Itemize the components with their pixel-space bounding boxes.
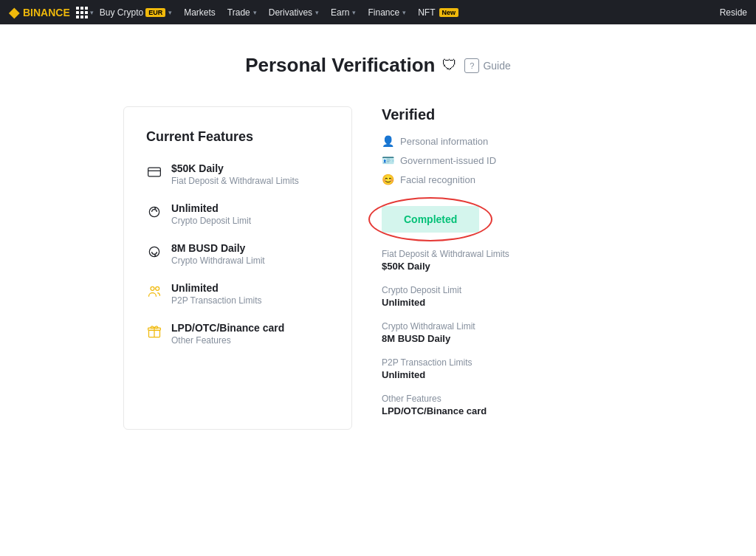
completed-badge: Completed: [382, 206, 479, 233]
users-icon: [146, 284, 162, 300]
verified-item-gov-id: 🪪 Government-issued ID: [382, 154, 633, 166]
feature-item-3: 8M BUSD Daily Crypto Withdrawal Limit: [146, 242, 329, 266]
feature-item-5: LPD/OTC/Binance card Other Features: [146, 322, 329, 346]
detail-item-other: Other Features LPD/OTC/Binance card: [382, 394, 633, 416]
svg-point-3: [149, 247, 159, 256]
detail-value-crypto-deposit: Unlimited: [382, 297, 633, 308]
svg-point-2: [149, 207, 159, 216]
trade-chevron-icon: ▾: [253, 9, 257, 16]
detail-value-other: LPD/OTC/Binance card: [382, 405, 633, 416]
nav-earn[interactable]: Earn ▾: [325, 0, 362, 24]
verified-gov-id-label: Government-issued ID: [400, 155, 496, 166]
feature-text-1: $50K Daily Fiat Deposit & Withdrawal Lim…: [171, 162, 299, 186]
grid-menu-icon[interactable]: [76, 7, 88, 18]
feature-label-4: Unlimited: [171, 282, 262, 294]
current-features-title: Current Features: [146, 129, 329, 145]
feature-text-5: LPD/OTC/Binance card Other Features: [171, 322, 284, 346]
feature-desc-5: Other Features: [171, 335, 284, 346]
detail-label-crypto-deposit: Crypto Deposit Limit: [382, 285, 633, 295]
detail-item-p2p: P2P Transaction Limits Unlimited: [382, 357, 633, 380]
feature-label-1: $50K Daily: [171, 162, 299, 174]
detail-label-crypto-withdraw: Crypto Withdrawal Limit: [382, 321, 633, 332]
detail-item-crypto-withdraw: Crypto Withdrawal Limit 8M BUSD Daily: [382, 321, 633, 344]
feature-item-1: $50K Daily Fiat Deposit & Withdrawal Lim…: [146, 162, 329, 186]
eur-badge: EUR: [145, 8, 165, 17]
detail-value-fiat: $50K Daily: [382, 261, 633, 272]
gift-icon: [146, 323, 162, 340]
feature-desc-3: Crypto Withdrawal Limit: [171, 255, 265, 266]
feature-label-5: LPD/OTC/Binance card: [171, 322, 284, 334]
detail-item-crypto-deposit: Crypto Deposit Limit Unlimited: [382, 285, 633, 308]
guide-icon: ?: [464, 58, 479, 73]
page-title: Personal Verification: [245, 54, 435, 77]
nav-markets[interactable]: Markets: [178, 0, 221, 24]
face-icon: 😊: [382, 174, 394, 185]
verified-item-personal: 👤 Personal information: [382, 135, 633, 147]
derivatives-chevron-icon: ▾: [315, 9, 319, 16]
binance-logo-icon: ◆: [9, 4, 19, 21]
verified-section: Verified 👤 Personal information 🪪 Govern…: [382, 106, 633, 430]
detail-value-p2p: Unlimited: [382, 369, 633, 380]
verified-facial-label: Facial recognition: [400, 174, 475, 185]
guide-container[interactable]: ? Guide: [464, 58, 510, 73]
nav-finance-label: Finance: [368, 7, 399, 18]
id-card-icon: 🪪: [382, 154, 394, 166]
feature-desc-1: Fiat Deposit & Withdrawal Limits: [171, 176, 299, 186]
feature-desc-2: Crypto Deposit Limit: [171, 216, 251, 226]
feature-label-3: 8M BUSD Daily: [171, 242, 265, 254]
card-icon: [146, 164, 162, 180]
shield-icon: 🛡: [442, 57, 457, 74]
completed-wrapper: Completed: [382, 206, 479, 233]
detail-label-fiat: Fiat Deposit & Withdrawal Limits: [382, 249, 633, 259]
verified-title: Verified: [382, 106, 633, 123]
feature-label-2: Unlimited: [171, 202, 251, 214]
earn-chevron-icon: ▾: [352, 9, 356, 16]
nav-derivatives[interactable]: Derivatives ▾: [263, 0, 325, 24]
page-header: Personal Verification 🛡 ? Guide: [15, 54, 741, 77]
detail-label-p2p: P2P Transaction Limits: [382, 357, 633, 368]
nav-markets-label: Markets: [184, 7, 216, 18]
finance-chevron-icon: ▾: [402, 9, 406, 16]
svg-point-4: [151, 286, 154, 290]
feature-item-2: Unlimited Crypto Deposit Limit: [146, 202, 329, 226]
coin-rotate-icon-2: [146, 244, 162, 260]
svg-rect-0: [148, 168, 161, 176]
detail-value-crypto-withdraw: 8M BUSD Daily: [382, 333, 633, 344]
verified-personal-label: Personal information: [400, 136, 488, 147]
verified-item-facial: 😊 Facial recognition: [382, 174, 633, 185]
feature-desc-4: P2P Transaction Limits: [171, 295, 262, 306]
nav-buy-crypto[interactable]: Buy Crypto EUR ▾: [94, 0, 178, 24]
feature-text-2: Unlimited Crypto Deposit Limit: [171, 202, 251, 226]
svg-point-5: [156, 286, 159, 290]
nav-trade-label: Trade: [227, 7, 250, 18]
navbar: ◆ BINANCE ▾ Buy Crypto EUR ▾ Markets Tra…: [0, 0, 756, 24]
nav-finance[interactable]: Finance ▾: [362, 0, 412, 24]
page-content: Personal Verification 🛡 ? Guide Current …: [0, 24, 756, 459]
coin-rotate-icon-1: [146, 204, 162, 220]
current-features-card: Current Features $50K Daily Fiat Deposit…: [123, 106, 352, 430]
main-columns: Current Features $50K Daily Fiat Deposit…: [15, 106, 741, 430]
feature-text-3: 8M BUSD Daily Crypto Withdrawal Limit: [171, 242, 265, 266]
person-icon: 👤: [382, 135, 394, 147]
detail-label-other: Other Features: [382, 394, 633, 404]
nav-buy-crypto-label: Buy Crypto: [100, 7, 143, 18]
detail-item-fiat: Fiat Deposit & Withdrawal Limits $50K Da…: [382, 249, 633, 272]
nav-right-text: Reside: [720, 7, 747, 18]
nav-derivatives-label: Derivatives: [269, 7, 312, 18]
nft-new-badge: New: [439, 8, 459, 17]
nav-earn-label: Earn: [331, 7, 349, 18]
feature-item-4: Unlimited P2P Transaction Limits: [146, 282, 329, 306]
nav-trade[interactable]: Trade ▾: [221, 0, 263, 24]
guide-label: Guide: [483, 60, 510, 72]
buy-crypto-chevron-icon: ▾: [168, 9, 172, 16]
nav-nft-label: NFT: [418, 7, 435, 18]
logo[interactable]: ◆ BINANCE: [9, 4, 70, 21]
nav-nft[interactable]: NFT New: [412, 0, 464, 24]
logo-text: BINANCE: [23, 7, 70, 18]
feature-text-4: Unlimited P2P Transaction Limits: [171, 282, 262, 306]
